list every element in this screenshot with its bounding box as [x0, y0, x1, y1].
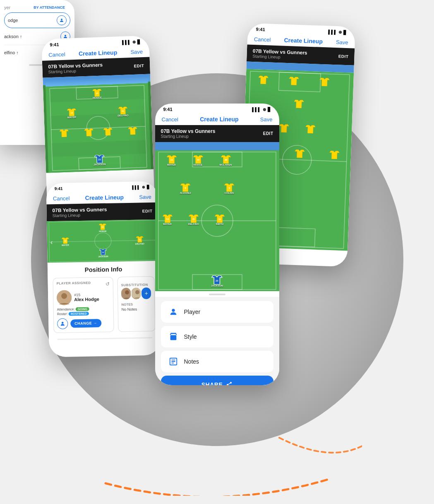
bottom-sheet: Player Style Notes SHARE: [155, 297, 279, 385]
position-info-content: PLAYER ASSIGNED ↺ #15 Alex Hodge: [53, 276, 155, 333]
save-btn-center[interactable]: Save: [260, 116, 273, 123]
notes-label: Notes: [184, 358, 199, 365]
svg-point-64: [230, 382, 232, 383]
position-info-title: Position Info: [53, 265, 154, 274]
svg-marker-25: [258, 76, 269, 84]
svg-marker-34: [329, 151, 340, 159]
save-btn-right[interactable]: Save: [336, 39, 348, 46]
cancel-btn-left[interactable]: Cancel: [48, 51, 65, 58]
player-search-row: odge: [4, 12, 70, 28]
svg-marker-14: [60, 130, 69, 137]
svg-text:15: 15: [197, 159, 199, 161]
orange-arc-decoration: [72, 405, 362, 496]
game-title-center: 07B Yellow vs Gunners: [161, 128, 216, 134]
sub-avatars: +: [121, 287, 151, 299]
player-actions: CHANGE →: [57, 318, 110, 329]
change-button[interactable]: CHANGE →: [70, 319, 101, 328]
reset-icon[interactable]: ↺: [105, 281, 109, 287]
svg-text:21: 21: [192, 218, 195, 220]
cancel-btn-center[interactable]: Cancel: [162, 116, 178, 123]
svg-point-58: [172, 309, 175, 312]
svg-point-82: [62, 322, 64, 324]
status-icons-left: ▌▌▌⊛▊: [122, 39, 141, 45]
svg-marker-28: [294, 100, 304, 108]
notes-icon: [168, 356, 179, 367]
player-name: Alex Hodge: [74, 297, 99, 302]
svg-text:23: 23: [98, 158, 101, 161]
svg-text:14: 14: [70, 111, 73, 114]
jackson-name: ackson ↑: [4, 34, 22, 39]
status-icons-center: ▌▌▌⊛▊: [252, 107, 271, 112]
style-icon: [168, 331, 179, 342]
player-option[interactable]: Player: [161, 301, 273, 323]
profile-icon-btn[interactable]: [57, 318, 68, 329]
notes-section-label: NOTES: [121, 302, 151, 306]
create-lineup-title-right: Create Lineup: [284, 37, 323, 45]
search-text-odge: odge: [8, 18, 18, 23]
svg-text:14: 14: [166, 218, 168, 220]
svg-marker-26: [289, 77, 299, 85]
save-btn-detail[interactable]: Save: [139, 193, 151, 200]
cancel-btn-right[interactable]: Cancel: [254, 36, 271, 43]
svg-text:11: 11: [170, 159, 173, 161]
svg-marker-15: [128, 127, 138, 135]
svg-text:23: 23: [102, 251, 104, 253]
delfino-name: elfino ↑: [4, 50, 19, 55]
substitution-label: SUBSTITUTION: [121, 283, 148, 287]
share-button[interactable]: SHARE: [161, 376, 273, 385]
player-icon-btn-1[interactable]: [57, 15, 67, 25]
svg-marker-17: [103, 128, 113, 136]
svg-marker-27: [319, 78, 330, 86]
game-subtitle-center: Starting Lineup: [161, 134, 216, 139]
time-left: 9:41: [50, 42, 59, 47]
title-detail: Create Lineup: [85, 194, 124, 201]
field-left: 15 HODGE 14 MAYER 21 DELFINO: [43, 74, 153, 173]
svg-marker-33: [295, 150, 305, 158]
svg-marker-30: [279, 124, 289, 133]
edit-btn-center[interactable]: EDIT: [263, 131, 273, 136]
time-detail: 9:41: [54, 186, 62, 191]
game-subtitle-detail: Starting Lineup: [53, 212, 107, 218]
sub-avatar-1: [121, 288, 131, 299]
svg-point-65: [227, 384, 228, 385]
by-attendance-filter[interactable]: BY ATTENDANCE: [34, 5, 70, 10]
bottom-divider: [57, 337, 152, 340]
svg-text:21: 21: [122, 110, 124, 112]
player-label: Player: [184, 309, 201, 315]
phone-center-front: 9:41 ▌▌▌⊛▊ Cancel Create Lineup Save 07B…: [155, 104, 279, 385]
style-label: Style: [184, 333, 197, 340]
add-sub-icon[interactable]: +: [141, 287, 151, 299]
cancel-btn-detail[interactable]: Cancel: [53, 195, 70, 202]
share-label: SHARE: [201, 381, 223, 385]
partial-yer-label: yer: [4, 5, 10, 10]
player-assigned-box: PLAYER ASSIGNED ↺ #15 Alex Hodge: [53, 277, 114, 333]
svg-text:15: 15: [101, 226, 104, 228]
svg-marker-16: [84, 128, 94, 136]
roster-row: Roster: ROSTERED: [57, 311, 110, 316]
notes-option[interactable]: Notes: [161, 351, 273, 372]
edit-btn-detail[interactable]: EDIT: [142, 209, 153, 213]
create-lineup-title-left: Create Lineup: [79, 49, 117, 57]
position-info-panel: Position Info PLAYER ASSIGNED ↺: [48, 261, 161, 338]
player-info-row: #15 Alex Hodge: [57, 289, 110, 305]
svg-text:15: 15: [96, 92, 98, 94]
svg-text:3: 3: [228, 187, 230, 189]
player-assigned-label: PLAYER ASSIGNED: [57, 281, 91, 285]
save-btn-left[interactable]: Save: [130, 48, 143, 55]
svg-point-87: [61, 19, 62, 20]
edit-btn-left[interactable]: EDIT: [134, 63, 144, 68]
game-title-detail: 07B Yellow vs Gunners: [52, 207, 107, 213]
svg-rect-7: [52, 140, 146, 157]
time-center: 9:41: [163, 107, 173, 112]
going-badge: GOING: [76, 307, 89, 311]
svg-line-68: [228, 383, 230, 384]
svg-marker-31: [305, 125, 316, 133]
svg-text:14: 14: [64, 240, 67, 242]
create-lineup-title-center: Create Lineup: [200, 116, 238, 123]
svg-text:6: 6: [185, 187, 186, 189]
partial-header: yer BY ATTENDANCE: [0, 0, 74, 12]
edit-btn-right[interactable]: EDIT: [338, 54, 349, 59]
style-option[interactable]: Style: [161, 326, 273, 347]
time-right: 9:41: [256, 27, 265, 32]
game-header-center: 07B Yellow vs Gunners Starting Lineup ED…: [155, 125, 279, 142]
